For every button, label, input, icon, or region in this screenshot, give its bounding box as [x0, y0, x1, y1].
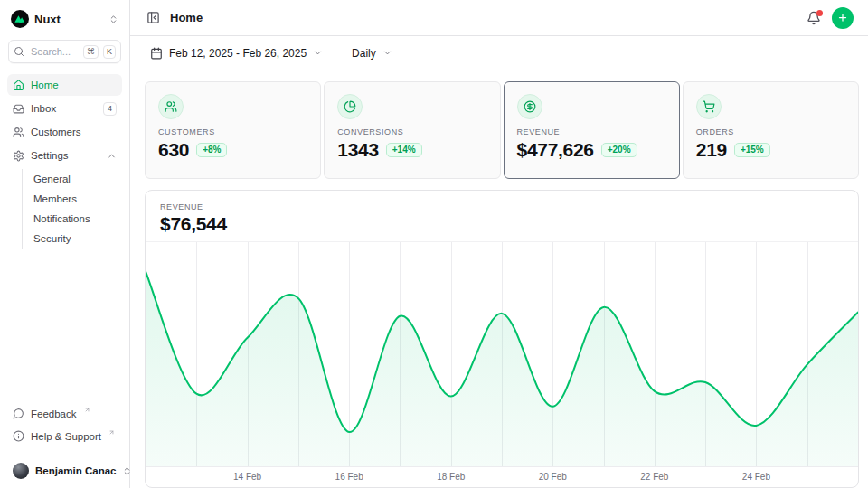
settings-subnav: General Members Notifications Security	[22, 169, 122, 249]
external-link-icon	[84, 407, 90, 413]
sidebar-subitem-label: Notifications	[33, 213, 90, 224]
calendar-icon	[150, 47, 163, 60]
kbd-command: ⌘	[83, 45, 99, 59]
sidebar-subitem-label: General	[33, 174, 71, 184]
sidebar-subitem-members[interactable]: Members	[23, 189, 122, 209]
x-axis-label: 20 Feb	[539, 472, 567, 482]
stat-card-revenue[interactable]: REVENUE $477,626 +20%	[504, 81, 680, 179]
sidebar-item-label: Customers	[31, 127, 81, 137]
add-button[interactable]	[832, 7, 854, 29]
x-axis-label: 22 Feb	[640, 472, 668, 482]
stat-delta-badge: +14%	[386, 143, 422, 157]
x-axis-label: 18 Feb	[437, 472, 465, 482]
page-title: Home	[170, 11, 203, 24]
sidebar-subitem-security[interactable]: Security	[23, 229, 122, 249]
users-icon	[13, 127, 24, 138]
footer-link-label: Feedback	[31, 408, 77, 419]
kbd-k: K	[103, 45, 116, 59]
sidebar-subitem-label: Members	[33, 193, 77, 204]
chevrons-up-down-icon	[108, 14, 118, 24]
users-icon	[158, 94, 184, 119]
notification-dot	[816, 10, 823, 16]
notifications-button[interactable]	[805, 9, 823, 27]
panel-left-close-icon	[146, 11, 160, 24]
plus-icon	[837, 12, 848, 23]
user-menu[interactable]: Benjamin Canac	[7, 455, 122, 481]
chart-metric-label: REVENUE	[160, 202, 844, 211]
stat-delta-badge: +20%	[601, 143, 637, 157]
sidebar-item-label: Settings	[31, 150, 69, 161]
chevron-down-icon	[313, 48, 323, 58]
stat-card-orders[interactable]: ORDERS 219 +15%	[683, 81, 859, 179]
workspace-switcher[interactable]: Nuxt	[7, 7, 122, 31]
info-icon	[13, 430, 24, 442]
user-name: Benjamin Canac	[35, 465, 116, 476]
feedback-link[interactable]: Feedback	[7, 403, 122, 424]
stat-delta-badge: +15%	[734, 143, 770, 157]
revenue-area-chart	[146, 242, 858, 466]
sidebar-subitem-general[interactable]: General	[23, 169, 122, 189]
stat-value: 1343	[337, 139, 379, 161]
avatar	[13, 463, 29, 479]
sidebar-subitem-notifications[interactable]: Notifications	[23, 209, 122, 229]
stat-label: ORDERS	[696, 127, 845, 136]
stat-value: 630	[158, 139, 189, 161]
sidebar-item-inbox[interactable]: Inbox 4	[7, 98, 122, 119]
main-area: Home Feb 12, 2025 - Feb 26, 2025 Daily	[130, 0, 868, 488]
stat-card-conversions[interactable]: CONVERSIONS 1343 +14%	[324, 81, 500, 179]
gear-icon	[13, 150, 24, 162]
chart-x-axis: 14 Feb16 Feb18 Feb20 Feb22 Feb24 Feb	[146, 467, 858, 487]
chart-header: REVENUE $76,544	[146, 191, 858, 241]
search-icon	[14, 46, 24, 57]
stat-label: CUSTOMERS	[158, 127, 307, 136]
granularity-value: Daily	[352, 47, 376, 60]
stats-row: CUSTOMERS 630 +8% CONVERSIONS 1343 +14%	[145, 81, 859, 179]
sidebar-footer: Feedback Help & Support Benjamin Canac	[7, 403, 122, 481]
page-header: Home	[130, 0, 868, 36]
date-range-value: Feb 12, 2025 - Feb 26, 2025	[169, 47, 307, 60]
footer-link-label: Help & Support	[31, 431, 101, 442]
workspace-name: Nuxt	[34, 13, 103, 26]
shopping-cart-icon	[696, 94, 722, 119]
granularity-select[interactable]: Daily	[346, 46, 398, 61]
date-range-picker[interactable]: Feb 12, 2025 - Feb 26, 2025	[145, 46, 328, 61]
chart-area-fill	[146, 271, 858, 466]
stat-delta-badge: +8%	[196, 143, 227, 157]
sidebar-subitem-label: Security	[33, 233, 71, 244]
sidebar-item-customers[interactable]: Customers	[7, 121, 122, 143]
chat-bubble-icon	[13, 408, 24, 419]
stat-card-customers[interactable]: CUSTOMERS 630 +8%	[145, 81, 321, 179]
inbox-icon	[13, 103, 24, 115]
stat-value: $477,626	[517, 139, 594, 161]
help-support-link[interactable]: Help & Support	[7, 426, 122, 446]
search-input-wrapper[interactable]: ⌘ K	[8, 40, 121, 63]
external-link-icon	[108, 429, 115, 436]
sidebar: Nuxt ⌘ K Home Inbox 4	[0, 0, 130, 488]
sidebar-item-label: Inbox	[31, 103, 56, 114]
stat-label: REVENUE	[517, 127, 666, 136]
stat-label: CONVERSIONS	[337, 127, 486, 136]
chart-metric-value: $76,544	[160, 213, 844, 235]
nuxt-logo-icon	[11, 10, 29, 28]
sidebar-item-label: Home	[31, 80, 59, 90]
house-icon	[13, 80, 24, 91]
filters-toolbar: Feb 12, 2025 - Feb 26, 2025 Daily	[130, 36, 868, 70]
stat-value: 219	[696, 139, 727, 161]
chevron-up-icon	[107, 151, 117, 161]
search-input[interactable]	[29, 45, 79, 58]
sidebar-item-settings[interactable]: Settings	[7, 145, 122, 166]
revenue-chart-card: REVENUE $76,544 14 Feb16 Feb18 Feb20 Feb…	[145, 190, 859, 488]
pie-chart-icon	[337, 94, 363, 119]
inbox-count-badge: 4	[103, 102, 117, 116]
chevron-down-icon	[382, 48, 392, 58]
x-axis-label: 16 Feb	[335, 472, 363, 482]
sidebar-item-home[interactable]: Home	[7, 74, 122, 96]
x-axis-label: 24 Feb	[742, 472, 770, 482]
page-content: CUSTOMERS 630 +8% CONVERSIONS 1343 +14%	[130, 70, 868, 488]
dollar-circle-icon	[517, 94, 542, 119]
sidebar-collapse-button[interactable]	[145, 9, 162, 26]
x-axis-label: 14 Feb	[233, 472, 261, 482]
sidebar-nav: Home Inbox 4 Customers Settings Ge	[7, 74, 122, 249]
chart-plot[interactable]	[146, 241, 858, 467]
